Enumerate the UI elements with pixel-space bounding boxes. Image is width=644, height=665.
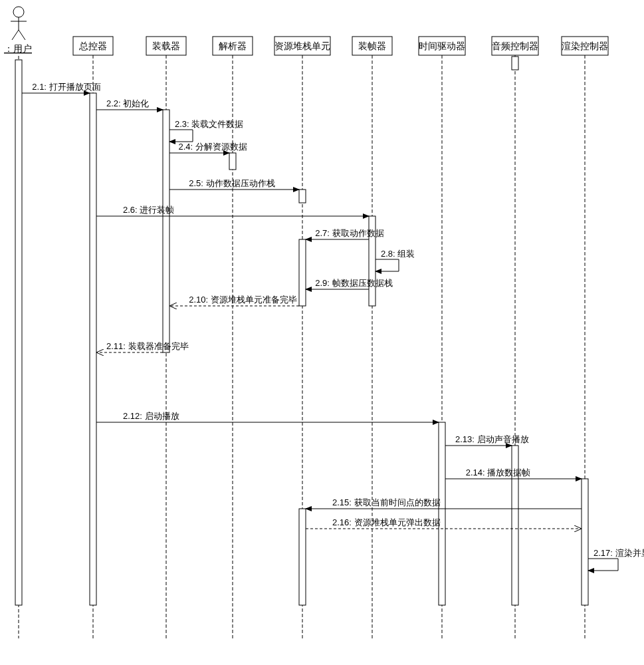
msg-2.17-label: 2.17: 渲染并显示 xyxy=(593,548,644,558)
lifeline-master-label: 总控器 xyxy=(78,41,107,51)
lifeline-framer-label: 装帧器 xyxy=(358,41,386,51)
lifeline-render-label: 渲染控制器 xyxy=(562,41,608,51)
lifeline-parser-label: 解析器 xyxy=(219,41,247,51)
actor-head xyxy=(13,7,24,17)
msg-2.11-label: 2.11: 装载器准备完毕 xyxy=(106,341,189,351)
lifeline-stack-label: 资源堆栈单元 xyxy=(274,41,330,51)
actor-leg-r xyxy=(19,30,25,40)
activation-stack xyxy=(299,509,306,605)
msg-2.9-label: 2.9: 帧数据压数据栈 xyxy=(315,278,392,288)
msg-2.4-label: 2.4: 分解资源数据 xyxy=(179,142,247,152)
msg-2.16-label: 2.16: 资源堆栈单元弹出数据 xyxy=(332,517,441,527)
actor-label: ：用户 xyxy=(4,43,32,54)
msg-2.15-label: 2.15: 获取当前时间点的数据 xyxy=(332,497,441,507)
lifeline-loader-label: 装载器 xyxy=(152,41,180,51)
sequence-diagram: ：用户总控器装载器解析器资源堆栈单元装帧器时间驱动器音频控制器渲染控制器2.1:… xyxy=(0,0,644,665)
msg-2.2-label: 2.2: 初始化 xyxy=(106,98,149,108)
msg-2.12-label: 2.12: 启动播放 xyxy=(123,411,179,421)
msg-2.13-label: 2.13: 启动声音播放 xyxy=(455,434,529,444)
activation-timer xyxy=(439,422,445,605)
activation-user xyxy=(15,60,22,605)
activation-parser xyxy=(229,153,236,170)
msg-2.5-label: 2.5: 动作数据压动作栈 xyxy=(189,178,274,188)
msg-2.8 xyxy=(376,259,399,271)
msg-2.17 xyxy=(588,559,618,571)
msg-2.7-label: 2.7: 获取动作数据 xyxy=(315,228,383,238)
activation-audio xyxy=(512,57,518,70)
activation-loader xyxy=(163,110,169,352)
activation-render xyxy=(582,479,588,605)
activation-master xyxy=(90,93,96,605)
msg-2.3 xyxy=(169,130,193,142)
msg-2.10-label: 2.10: 资源堆栈单元准备完毕 xyxy=(189,295,297,305)
actor-leg-l xyxy=(12,30,19,40)
lifeline-audio-label: 音频控制器 xyxy=(492,41,538,51)
lifeline-timer-label: 时间驱动器 xyxy=(419,41,465,51)
msg-2.3-label: 2.3: 装载文件数据 xyxy=(175,119,243,129)
msg-2.6-label: 2.6: 进行装帧 xyxy=(123,205,174,215)
msg-2.1-label: 2.1: 打开播放页面 xyxy=(32,82,100,92)
activation-stack xyxy=(299,239,306,306)
msg-2.8-label: 2.8: 组装 xyxy=(381,249,415,259)
msg-2.14-label: 2.14: 播放数据帧 xyxy=(466,467,531,477)
activation-stack xyxy=(299,190,306,203)
